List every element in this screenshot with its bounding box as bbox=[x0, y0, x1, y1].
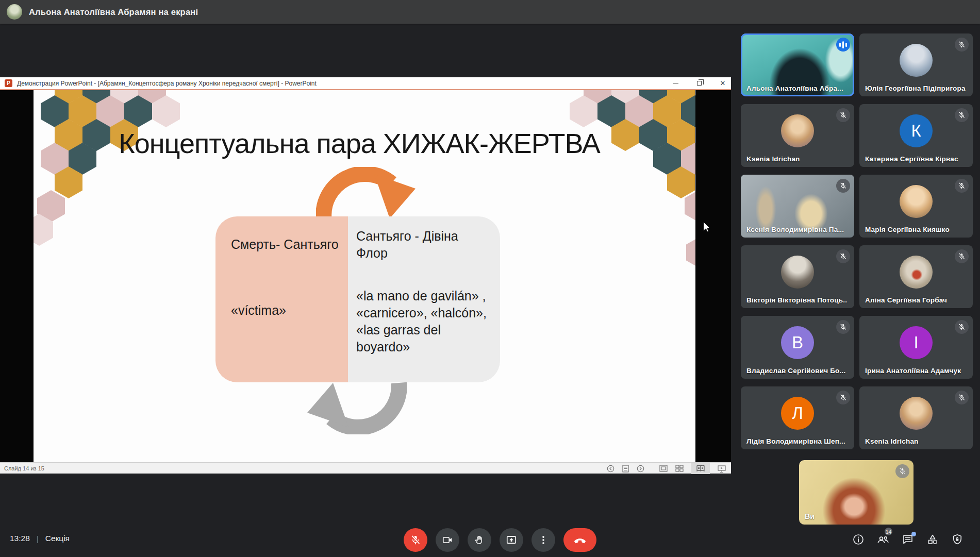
present-screen-button[interactable] bbox=[500, 528, 523, 552]
raise-hand-button[interactable] bbox=[468, 528, 491, 552]
participant-name: Ксенія Володимирівна Па... bbox=[746, 226, 844, 233]
participant-tile[interactable]: Ksenia Idrichan bbox=[741, 104, 854, 167]
slide-sorter-view-button[interactable] bbox=[675, 463, 684, 474]
mic-muted-icon bbox=[955, 249, 969, 263]
end-call-icon bbox=[573, 533, 587, 547]
participant-name: Ksenia Idrichan bbox=[746, 155, 800, 163]
next-slide-button[interactable] bbox=[637, 463, 644, 474]
participant-tile[interactable]: Марія Сергіївна Кияшко bbox=[859, 175, 973, 238]
avatar bbox=[900, 185, 933, 218]
slide: Концептуальна пара ХИЖАК-ЖЕРТВА Смерть- … bbox=[34, 90, 695, 462]
participant-tile[interactable]: ККатерина Сергіївна Кірвас bbox=[859, 104, 973, 167]
notes-button[interactable] bbox=[622, 463, 629, 474]
host-controls-button[interactable] bbox=[951, 533, 964, 546]
close-button[interactable]: ✕ bbox=[718, 79, 728, 88]
participant-tile[interactable]: Альона Анатоліївна Абра... bbox=[741, 33, 854, 96]
restore-icon bbox=[697, 81, 702, 86]
mouse-cursor bbox=[703, 222, 712, 232]
clock-time: 13:28 bbox=[10, 534, 30, 543]
minimize-button[interactable] bbox=[670, 79, 680, 88]
participant-name: Юлія Георгіївна Підіпригора bbox=[865, 85, 966, 92]
letter-avatar: Л bbox=[781, 397, 814, 430]
right-cell-bottom-text: «la mano de gavilán» , «carnicero», «hal… bbox=[356, 288, 493, 356]
participant-tile[interactable]: Вікторія Вікторівна Потоць... bbox=[741, 245, 854, 308]
shield-lock-icon bbox=[951, 533, 964, 546]
participants-grid: Альона Анатоліївна Абра...Юлія Георгіївн… bbox=[741, 33, 974, 449]
participant-tile[interactable]: Аліна Сергіївна Горбач bbox=[859, 245, 973, 308]
mic-muted-icon bbox=[955, 38, 969, 52]
powerpoint-statusbar: Слайд 14 из 15 bbox=[0, 462, 731, 474]
mic-muted-icon bbox=[955, 391, 969, 404]
participant-tile[interactable]: Ksenia Idrichan bbox=[859, 386, 973, 449]
avatar bbox=[900, 44, 933, 77]
mic-muted-icon bbox=[836, 179, 850, 193]
participant-name: Ірина Анатоліївна Адамчук bbox=[865, 367, 961, 375]
divider: | bbox=[37, 534, 39, 543]
mic-muted-icon bbox=[895, 464, 909, 478]
orange-cycle-arrow bbox=[316, 167, 419, 221]
more-options-button[interactable] bbox=[531, 528, 555, 552]
info-icon bbox=[852, 533, 865, 546]
chat-unread-dot bbox=[911, 532, 916, 536]
participant-name: Катерина Сергіївна Кірвас bbox=[865, 155, 958, 163]
participant-tile[interactable]: ІІрина Анатоліївна Адамчук bbox=[859, 316, 973, 379]
present-screen-icon bbox=[506, 534, 517, 546]
call-controls bbox=[404, 528, 596, 552]
participant-tile[interactable]: ВВладислав Сергійович Бо... bbox=[741, 316, 854, 379]
left-cell-top-text: Смерть- Сантьяго bbox=[231, 237, 339, 252]
camera-toggle-button[interactable] bbox=[436, 528, 459, 552]
participant-name: Владислав Сергійович Бо... bbox=[746, 367, 845, 375]
normal-view-button[interactable] bbox=[659, 463, 668, 474]
right-cell: Сантьяго - Дівіна Флор «la mano de gavil… bbox=[348, 216, 500, 382]
google-meet-window: Альона Анатоліївна Абрамян на екрані P Д… bbox=[0, 0, 980, 557]
meeting-details-button[interactable] bbox=[852, 533, 865, 546]
predator-victim-table: Смерть- Сантьяго «víctima» Сантьяго - Ді… bbox=[215, 216, 500, 382]
microphone-toggle-button[interactable] bbox=[404, 528, 427, 552]
participant-tile[interactable]: Ксенія Володимирівна Па... bbox=[741, 175, 854, 238]
mic-muted-icon bbox=[955, 108, 969, 122]
letter-avatar: К bbox=[900, 114, 933, 147]
reading-view-button[interactable] bbox=[691, 463, 710, 474]
presenter-banner-text: Альона Анатоліївна Абрамян на екрані bbox=[29, 7, 198, 17]
previous-slide-button[interactable] bbox=[607, 463, 614, 474]
mic-muted-icon bbox=[836, 249, 850, 263]
participant-tile[interactable]: Юлія Георгіївна Підіпригора bbox=[859, 33, 973, 96]
slideshow-area: Концептуальна пара ХИЖАК-ЖЕРТВА Смерть- … bbox=[0, 90, 731, 462]
hexagon-decoration bbox=[686, 237, 695, 268]
participant-count-badge: 14 bbox=[884, 527, 893, 536]
participant-name: Аліна Сергіївна Горбач bbox=[865, 296, 947, 304]
left-cell: Смерть- Сантьяго «víctima» bbox=[215, 216, 348, 382]
participant-name: Марія Сергіївна Кияшко bbox=[865, 226, 950, 233]
powerpoint-titlebar: P Демонстрация PowerPoint - [Абрамян_Кон… bbox=[0, 77, 731, 89]
mic-muted-icon bbox=[410, 534, 421, 546]
mic-muted-icon bbox=[836, 320, 850, 334]
activities-button[interactable] bbox=[926, 533, 939, 546]
slide-title: Концептуальна пара ХИЖАК-ЖЕРТВА bbox=[34, 127, 685, 159]
restore-button[interactable] bbox=[694, 79, 704, 88]
avatar bbox=[781, 256, 814, 289]
minimize-icon bbox=[673, 83, 678, 84]
more-options-icon bbox=[538, 534, 549, 546]
chat-button[interactable] bbox=[901, 533, 915, 546]
self-view-tile[interactable]: Ви bbox=[799, 460, 913, 525]
powerpoint-window-title: Демонстрация PowerPoint - [Абрамян_Конце… bbox=[17, 80, 317, 87]
avatar bbox=[900, 256, 933, 289]
mic-muted-icon bbox=[836, 108, 850, 122]
show-participants-button[interactable]: 14 bbox=[876, 533, 890, 546]
presenter-avatar bbox=[7, 4, 22, 20]
participant-tile[interactable]: ЛЛідія Володимирівна Шеп... bbox=[741, 386, 854, 449]
camera-icon bbox=[442, 534, 453, 546]
avatar bbox=[900, 397, 933, 430]
slide-counter: Слайд 14 из 15 bbox=[4, 465, 44, 471]
participant-name: Альона Анатоліївна Абра... bbox=[746, 85, 843, 92]
right-cell-top-text: Сантьяго - Дівіна Флор bbox=[356, 228, 491, 262]
letter-avatar: І bbox=[900, 326, 933, 359]
self-view-label: Ви bbox=[805, 512, 815, 520]
participant-name: Лідія Володимирівна Шеп... bbox=[746, 437, 845, 445]
end-call-button[interactable] bbox=[563, 528, 596, 552]
presenter-banner: Альона Анатоліївна Абрамян на екрані bbox=[0, 0, 980, 24]
speaking-indicator-icon bbox=[836, 38, 850, 52]
mic-muted-icon bbox=[836, 391, 850, 404]
meeting-name: Секція bbox=[45, 534, 70, 543]
slideshow-view-button[interactable] bbox=[718, 463, 726, 474]
